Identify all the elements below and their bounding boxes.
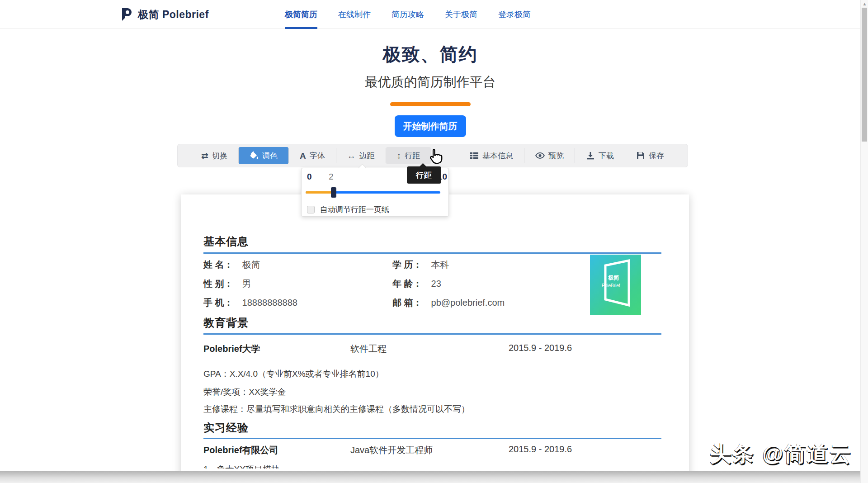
avatar-text-en: PoleBrief — [602, 283, 620, 288]
slider-current-value: 2 — [329, 172, 334, 182]
preview-button[interactable]: 预览 — [524, 147, 575, 164]
basic-info-button[interactable]: 基本信息 — [459, 147, 524, 164]
vertical-scrollbar[interactable]: ▲ — [860, 0, 868, 483]
palette-icon — [250, 151, 259, 160]
line-spacing-slider-track[interactable] — [306, 191, 440, 194]
courses-line: 主修课程：尽量填写和求职意向相关的主修课程（多数情况可以不写） — [203, 403, 470, 415]
internship-period: 2015.9 - 2019.6 — [509, 444, 572, 456]
auto-spacing-option[interactable]: 自动调节行距一页纸 — [307, 204, 389, 215]
field-gender: 性 别：男 — [203, 278, 251, 290]
education-period: 2015.9 - 2019.6 — [509, 343, 572, 355]
field-age: 年 龄：23 — [392, 278, 441, 290]
start-resume-button[interactable]: 开始制作简历 — [395, 115, 466, 137]
clipped-text-line: 1、负责XX项目模块 — [203, 464, 280, 469]
tooltip-text: 行距 — [416, 170, 432, 180]
eye-icon — [535, 151, 545, 160]
hero-title: 极致、简约 — [0, 42, 860, 67]
list-icon — [470, 151, 479, 160]
palette-button[interactable]: 调色 — [239, 147, 288, 164]
major: 软件工程 — [350, 343, 509, 355]
field-name: 姓 名：极简 — [203, 259, 260, 271]
download-button[interactable]: 下载 — [575, 147, 625, 164]
button-label: 切换 — [212, 151, 227, 161]
button-label: 字体 — [310, 151, 325, 161]
job-title: Java软件开发工程师 — [350, 444, 509, 456]
section-title-education: 教育背景 — [203, 316, 249, 330]
main-nav: 极简简历 在线制作 简历攻略 关于极简 登录极简 — [285, 0, 531, 29]
logo-icon — [121, 7, 133, 22]
gpa-line: GPA：X.X/4.0（专业前X%或者专业排名前10） — [203, 368, 384, 380]
honors-line: 荣誉/奖项：XX奖学金 — [203, 386, 286, 398]
button-label: 行距 — [405, 151, 420, 161]
bottom-fade — [0, 471, 860, 483]
button-label: 下载 — [599, 151, 614, 161]
switch-template-button[interactable]: ⇄ 切换 — [190, 147, 238, 164]
watermark-text: 头条 @简道云 — [710, 440, 852, 468]
button-label: 调色 — [262, 151, 278, 161]
button-label: 预览 — [548, 151, 564, 161]
school-name: Polebrief大学 — [203, 343, 350, 355]
line-spacing-tooltip: 行距 — [407, 166, 441, 184]
hero-section: 极致、简约 最优质的简历制作平台 开始制作简历 — [0, 29, 860, 137]
logo[interactable]: 极简 Polebrief — [121, 0, 209, 29]
field-phone: 手 机：18888888888 — [203, 297, 297, 309]
hero-orange-divider — [390, 102, 471, 106]
nav-item-about[interactable]: 关于极简 — [445, 0, 477, 29]
margin-button[interactable]: ↔ 边距 — [336, 147, 386, 164]
line-spacing-icon: ↕ — [397, 152, 401, 160]
avatar: 极简 PoleBrief — [590, 255, 641, 315]
switch-icon: ⇄ — [201, 152, 208, 160]
internship-row: Polebrief有限公司 Java软件开发工程师 2015.9 - 2019.… — [203, 444, 661, 456]
avatar-text-cn: 极简 — [608, 275, 619, 281]
section-underline — [203, 333, 661, 335]
line-spacing-button[interactable]: ↕ 行距 — [386, 147, 431, 164]
page: 极简 Polebrief 极简简历 在线制作 简历攻略 关于极简 登录极简 极致… — [0, 0, 868, 483]
nav-item-login[interactable]: 登录极简 — [498, 0, 531, 29]
font-button[interactable]: A 字体 — [289, 147, 336, 164]
education-row: Polebrief大学 软件工程 2015.9 - 2019.6 — [203, 343, 661, 355]
nav-item-resume[interactable]: 极简简历 — [285, 0, 317, 29]
app-header: 极简 Polebrief 极简简历 在线制作 简历攻略 关于极简 登录极简 — [0, 0, 860, 29]
company-name: Polebrief有限公司 — [203, 444, 350, 456]
section-underline — [203, 252, 661, 254]
section-title-basic-info: 基本信息 — [203, 234, 249, 249]
slider-min-label: 0 — [307, 172, 312, 182]
save-button[interactable]: 保存 — [625, 147, 675, 164]
line-spacing-slider-handle[interactable] — [331, 187, 336, 198]
button-label: 基本信息 — [482, 151, 513, 161]
hero-subtitle: 最优质的简历制作平台 — [0, 73, 860, 91]
margin-icon: ↔ — [347, 152, 356, 160]
font-icon: A — [300, 152, 306, 160]
logo-text: 极简 Polebrief — [138, 8, 209, 22]
scrollbar-up-arrow[interactable]: ▲ — [861, 1, 868, 7]
download-icon — [586, 151, 595, 160]
button-label: 边距 — [359, 151, 375, 161]
section-underline — [203, 438, 661, 439]
field-degree: 学 历：本科 — [392, 259, 449, 271]
auto-spacing-checkbox[interactable] — [307, 206, 315, 213]
nav-item-guide[interactable]: 简历攻略 — [392, 0, 424, 29]
nav-item-online-make[interactable]: 在线制作 — [338, 0, 371, 29]
button-label: 保存 — [649, 151, 664, 161]
auto-spacing-label: 自动调节行距一页纸 — [320, 204, 389, 215]
mouse-cursor-hand-icon — [427, 147, 445, 167]
slider-filled-track — [306, 191, 334, 194]
field-email: 邮 箱：pb@polebrief.com — [392, 297, 505, 309]
section-title-internship: 实习经验 — [203, 421, 249, 435]
scrollbar-thumb[interactable] — [862, 8, 867, 142]
save-icon — [636, 151, 645, 160]
resume-preview-card: 基本信息 姓 名：极简 性 别：男 手 机：18888888888 学 历：本科… — [181, 194, 689, 483]
